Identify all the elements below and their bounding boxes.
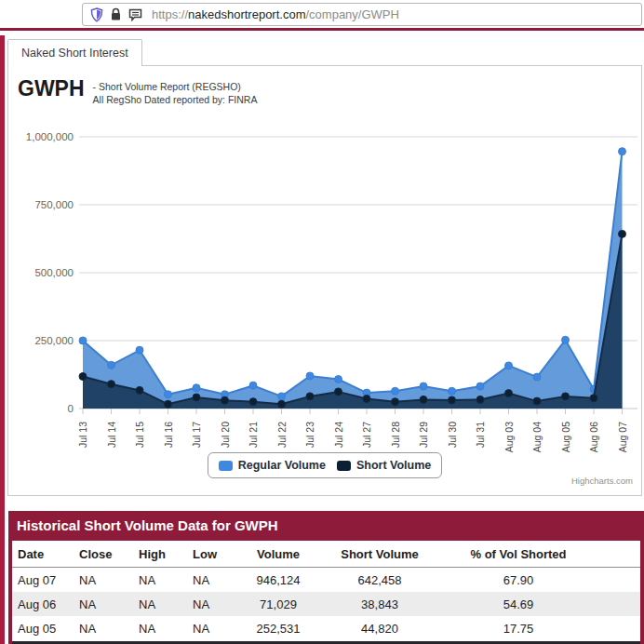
column-header: Close	[74, 541, 133, 568]
table-cell: 252,531	[235, 616, 319, 640]
legend-item-short-volume[interactable]: Short Volume	[337, 459, 431, 472]
table-header-row: DateCloseHighLowVolumeShort Volume% of V…	[12, 541, 640, 568]
chart-legend: Regular VolumeShort Volume	[8, 452, 641, 478]
data-point	[249, 398, 257, 406]
table-row: Aug 06NANANA71,02938,84354.69	[12, 592, 640, 616]
table-section: Historical Short Volume Data for GWPH Da…	[8, 511, 644, 644]
column-header: Volume	[235, 541, 319, 568]
table-cell: NA	[133, 616, 187, 640]
table-cell: Aug 06	[12, 592, 74, 616]
data-point	[476, 382, 484, 390]
table-row: Aug 05NANANA252,53144,82017.75	[12, 616, 640, 640]
data-point	[619, 148, 626, 155]
x-tick-label: Aug 04	[531, 422, 543, 452]
data-point	[136, 346, 143, 354]
tab-naked-short-interest[interactable]: Naked Short Interest	[7, 39, 142, 66]
lock-icon[interactable]	[110, 7, 122, 21]
table-cell: NA	[187, 592, 235, 616]
volume-area-chart: 0250,000500,000750,0001,000,000Jul 13Jul…	[8, 66, 641, 476]
page: https://nakedshortreport.com/company/GWP…	[0, 0, 644, 644]
column-header: Low	[187, 541, 235, 568]
table-cell: NA	[74, 592, 133, 616]
data-point	[420, 382, 427, 390]
data-point	[79, 337, 87, 344]
data-point	[108, 361, 115, 369]
url-bar[interactable]: https://nakedshortreport.com/company/GWP…	[82, 3, 642, 26]
legend-swatch	[219, 461, 233, 471]
data-point	[193, 384, 200, 392]
short-volume-table: DateCloseHighLowVolumeShort Volume% of V…	[12, 541, 640, 640]
column-header: Date	[12, 541, 74, 568]
x-tick-label: Jul 27	[361, 422, 372, 448]
legend-box: Regular VolumeShort Volume	[208, 452, 443, 478]
x-tick-label: Jul 30	[447, 422, 458, 448]
x-tick-label: Jul 15	[134, 422, 145, 448]
x-tick-label: Jul 31	[475, 422, 486, 448]
data-point	[335, 388, 342, 396]
data-point	[476, 396, 484, 403]
legend-item-regular-volume[interactable]: Regular Volume	[219, 459, 326, 472]
url-scheme: https://	[152, 7, 188, 21]
x-tick-label: Jul 29	[418, 422, 429, 448]
x-tick-label: Jul 23	[304, 422, 315, 448]
x-tick-label: Jul 17	[191, 422, 202, 448]
table-cell: 54.69	[438, 592, 597, 616]
url-text[interactable]: https://nakedshortreport.com/company/GWP…	[152, 7, 399, 21]
data-point	[392, 387, 399, 395]
data-point	[363, 396, 370, 403]
message-bubble-icon[interactable]	[128, 8, 142, 21]
tab-label: Naked Short Interest	[21, 47, 128, 60]
table-row: Aug 07NANANA946,124642,45867.90	[12, 568, 640, 593]
table-wrap: DateCloseHighLowVolumeShort Volume% of V…	[12, 541, 640, 644]
data-point	[619, 230, 626, 237]
table-cell: 642,458	[319, 568, 438, 593]
data-point	[79, 373, 87, 381]
data-point	[306, 372, 314, 380]
data-point	[420, 396, 427, 403]
x-tick-label: Jul 20	[220, 422, 231, 448]
x-axis: Jul 13Jul 14Jul 15Jul 16Jul 17Jul 20Jul …	[77, 409, 628, 452]
column-header: % of Vol Shorted	[438, 541, 597, 568]
url-path: /company/GWPH	[305, 7, 398, 21]
x-tick-label: Jul 24	[333, 422, 344, 448]
x-tick-label: Jul 16	[163, 422, 174, 448]
table-cell: NA	[187, 616, 235, 640]
maroon-divider	[0, 28, 644, 31]
table-cell: 44,820	[319, 616, 438, 640]
data-point	[249, 382, 257, 389]
data-point	[590, 395, 597, 402]
table-cell: 946,124	[235, 568, 319, 593]
table-cell: NA	[74, 616, 133, 640]
data-point	[306, 393, 314, 400]
data-point	[165, 391, 172, 398]
data-point	[562, 336, 570, 343]
url-domain: nakedshortreport.com	[188, 7, 305, 21]
x-tick-label: Aug 06	[588, 422, 599, 452]
data-point	[108, 381, 115, 388]
series-regular-volume	[79, 148, 626, 409]
legend-label: Short Volume	[356, 459, 431, 472]
shield-icon[interactable]	[90, 7, 103, 22]
x-tick-label: Jul 22	[276, 422, 288, 448]
legend-label: Regular Volume	[238, 459, 326, 472]
data-point	[193, 394, 200, 401]
x-tick-label: Aug 07	[617, 422, 628, 452]
x-tick-label: Jul 14	[106, 422, 117, 448]
table-cell: 71,029	[235, 592, 319, 616]
data-point	[449, 387, 456, 395]
data-point	[392, 398, 399, 406]
y-axis-labels: 0250,000500,000750,0001,000,000	[26, 131, 74, 414]
highcharts-credit[interactable]: Highcharts.com	[571, 476, 633, 486]
legend-swatch	[337, 461, 351, 471]
x-tick-label: Jul 28	[390, 422, 401, 448]
x-tick-label: Jul 21	[248, 422, 259, 448]
chart-panel: GWPH - Short Volume Report (REGSHO) All …	[7, 65, 642, 496]
y-tick-label: 1,000,000	[26, 131, 74, 142]
data-point	[505, 390, 513, 397]
table-cell: 17.75	[438, 616, 597, 640]
table-cell: Aug 07	[12, 568, 74, 593]
table-cell: 38,843	[319, 592, 438, 616]
left-accent-stripe	[0, 35, 5, 644]
data-point	[136, 386, 143, 394]
data-point	[278, 393, 286, 400]
